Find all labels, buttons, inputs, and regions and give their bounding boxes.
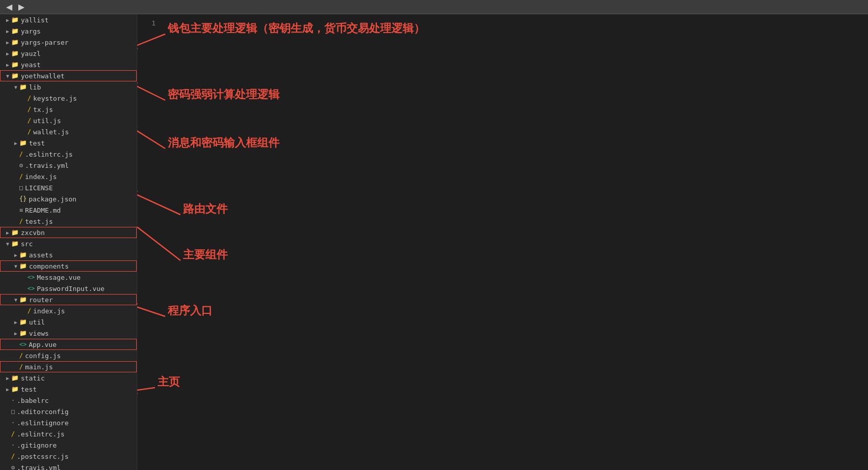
folder-arrow-views: ▶ — [12, 331, 19, 336]
tree-label-yargs: yargs — [21, 27, 41, 35]
tree-item-test2[interactable]: ▶📁test — [0, 384, 137, 395]
tree-item-yargs[interactable]: ▶📁yargs — [0, 25, 137, 37]
file-icon-util.js: / — [27, 117, 31, 124]
tree-item-.editorconfig[interactable]: □.editorconfig — [0, 406, 137, 417]
tree-item-lib[interactable]: ▼📁lib — [0, 81, 137, 93]
tree-item-util.js[interactable]: /util.js — [0, 115, 137, 126]
tree-item-.gitignore[interactable]: ·.gitignore — [0, 439, 137, 451]
folder-arrow-yargs: ▶ — [4, 28, 11, 34]
tree-item-assets[interactable]: ▶📁assets — [0, 249, 137, 260]
tree-label-.editorconfig: .editorconfig — [17, 408, 69, 416]
folder-arrow-src: ▼ — [4, 241, 11, 247]
tree-item-tx.js[interactable]: /tx.js — [0, 104, 137, 115]
main-layout: ▶📁yallist▶📁yargs▶📁yargs-parser▶📁yauzl▶📁y… — [0, 14, 868, 470]
file-icon-package.json: {} — [19, 195, 26, 202]
folder-icon-yoethwallet: 📁 — [11, 72, 19, 79]
tree-item-LICENSE[interactable]: □LICENSE — [0, 182, 137, 193]
toolbar: ◀ ▶ — [0, 0, 868, 14]
file-icon-tx.js: / — [27, 106, 31, 113]
folder-icon-static: 📁 — [11, 374, 19, 381]
tree-item-package.json[interactable]: {}package.json — [0, 193, 137, 204]
folder-arrow-router: ▼ — [12, 297, 19, 303]
tree-label-config.js: config.js — [25, 352, 60, 360]
folder-icon-yauzl: 📁 — [11, 50, 19, 57]
tree-label-yargs-parser: yargs-parser — [21, 39, 69, 46]
tree-label-tx.js: tx.js — [33, 106, 53, 113]
folder-icon-yargs: 📁 — [11, 27, 19, 35]
file-icon-.gitignore: · — [11, 442, 15, 449]
tree-label-static: static — [21, 374, 45, 382]
tree-label-PasswordInput.vue: PasswordInput.vue — [37, 285, 104, 292]
tree-item-.babelrc[interactable]: ·.babelrc — [0, 395, 137, 406]
folder-arrow-yoethwallet: ▼ — [4, 73, 11, 79]
tree-item-components[interactable]: ▼📁components — [0, 260, 137, 272]
tree-label-yeast: yeast — [21, 61, 41, 69]
tree-item-yoethwallet[interactable]: ▼📁yoethwallet — [0, 70, 137, 81]
tree-item-keystore.js[interactable]: /keystore.js — [0, 93, 137, 104]
tree-label-test: test — [29, 139, 45, 147]
folder-arrow-util: ▶ — [12, 319, 19, 325]
tree-label-index.js: index.js — [25, 173, 57, 181]
tree-label-util.js: util.js — [33, 117, 61, 125]
folder-arrow-zxcvbn: ▶ — [4, 230, 11, 236]
folder-arrow-test: ▶ — [12, 140, 19, 146]
tree-item-test[interactable]: ▶📁test — [0, 137, 137, 149]
tree-item-test.js[interactable]: /test.js — [0, 216, 137, 227]
file-icon-router-index.js: / — [27, 307, 31, 314]
tree-label-.babelrc: .babelrc — [17, 397, 49, 404]
tree-label-.gitignore: .gitignore — [17, 442, 56, 449]
file-icon-.editorconfig: □ — [11, 408, 15, 415]
forward-button[interactable]: ▶ — [16, 3, 26, 11]
tree-label-.eslintignore: .eslintignore — [17, 419, 69, 427]
tree-item-yeast[interactable]: ▶📁yeast — [0, 59, 137, 70]
tree-label-.eslintrc.js2: .eslintrc.js — [17, 430, 65, 438]
tree-item-.eslintrc.js2[interactable]: /.eslintrc.js — [0, 428, 137, 439]
tree-item-App.vue[interactable]: <>App.vue — [0, 339, 137, 350]
tree-label-.travis.yml2: .travis.yml — [17, 464, 60, 471]
file-icon-Message.vue: <> — [27, 274, 35, 281]
tree-item-.eslintrc.js[interactable]: /.eslintrc.js — [0, 149, 137, 160]
tree-label-components: components — [29, 262, 69, 270]
file-icon-main.js: / — [19, 363, 23, 370]
tree-item-.travis.yml2[interactable]: ⚙.travis.yml — [0, 462, 137, 470]
file-icon-LICENSE: □ — [19, 184, 23, 191]
tree-item-yallist[interactable]: ▶📁yallist — [0, 14, 137, 25]
tree-item-router-index.js[interactable]: /index.js — [0, 305, 137, 316]
tree-item-router[interactable]: ▼📁router — [0, 294, 137, 305]
file-icon-.travis.yml: ⚙ — [19, 162, 23, 169]
file-icon-test.js: / — [19, 218, 23, 225]
tree-item-views[interactable]: ▶📁views — [0, 328, 137, 339]
tree-label-.postcssrc.js: .postcssrc.js — [17, 453, 69, 460]
tree-item-src[interactable]: ▼📁src — [0, 238, 137, 249]
tree-item-config.js[interactable]: /config.js — [0, 350, 137, 361]
tree-label-.travis.yml: .travis.yml — [25, 162, 69, 169]
tree-item-index.js[interactable]: /index.js — [0, 171, 137, 182]
folder-arrow-yauzl: ▶ — [4, 51, 11, 56]
tree-label-test.js: test.js — [25, 218, 53, 225]
tree-item-util[interactable]: ▶📁util — [0, 316, 137, 328]
folder-arrow-yargs-parser: ▶ — [4, 40, 11, 45]
tree-label-lib: lib — [29, 83, 41, 91]
tree-item-static[interactable]: ▶📁static — [0, 372, 137, 384]
tree-item-PasswordInput.vue[interactable]: <>PasswordInput.vue — [0, 283, 137, 294]
tree-item-Message.vue[interactable]: <>Message.vue — [0, 272, 137, 283]
tree-label-yoethwallet: yoethwallet — [21, 72, 65, 80]
file-icon-README.md: ≡ — [19, 207, 23, 214]
folder-arrow-yallist: ▶ — [4, 17, 11, 23]
tree-item-README.md[interactable]: ≡README.md — [0, 204, 137, 216]
tree-item-yargs-parser[interactable]: ▶📁yargs-parser — [0, 37, 137, 48]
back-button[interactable]: ◀ — [4, 3, 14, 11]
tree-item-.postcssrc.js[interactable]: /.postcssrc.js — [0, 451, 137, 462]
tree-item-main.js[interactable]: /main.js — [0, 361, 137, 372]
folder-arrow-yeast: ▶ — [4, 62, 11, 68]
tree-item-.travis.yml[interactable]: ⚙.travis.yml — [0, 160, 137, 171]
tree-item-wallet.js[interactable]: /wallet.js — [0, 126, 137, 137]
tree-label-App.vue: App.vue — [28, 341, 56, 348]
file-icon-keystore.js: / — [27, 95, 31, 102]
file-tree: ▶📁yallist▶📁yargs▶📁yargs-parser▶📁yauzl▶📁y… — [0, 14, 137, 470]
tree-item-.eslintignore[interactable]: ·.eslintignore — [0, 417, 137, 428]
folder-icon-router: 📁 — [19, 296, 27, 303]
tree-item-yauzl[interactable]: ▶📁yauzl — [0, 48, 137, 59]
folder-icon-yeast: 📁 — [11, 61, 19, 68]
tree-item-zxcvbn[interactable]: ▶📁zxcvbn — [0, 227, 137, 238]
